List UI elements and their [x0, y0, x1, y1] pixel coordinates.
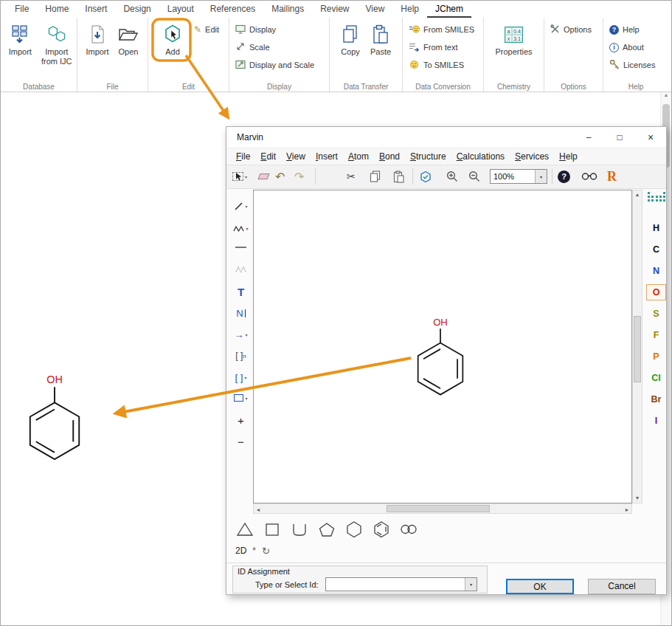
display-and-scale-button[interactable]: Display and Scale — [235, 59, 314, 71]
cut-button[interactable]: ✂ — [347, 169, 356, 184]
element-i[interactable]: I — [646, 413, 666, 429]
menu-view[interactable]: View — [281, 150, 311, 163]
atom-label-tool[interactable]: N — [231, 306, 251, 320]
scale-button[interactable]: Scale — [235, 41, 314, 53]
element-br[interactable]: Br — [646, 391, 666, 407]
import-from-ijc-button[interactable]: Import from IJC — [38, 19, 75, 80]
options-button[interactable]: Options — [550, 24, 592, 35]
id-select-combobox[interactable]: ▾ — [325, 577, 477, 591]
template-cyclopropane[interactable] — [235, 520, 254, 539]
copy-tool-button[interactable] — [370, 169, 381, 184]
menu-atom[interactable]: Atom — [343, 150, 374, 163]
chain-tool[interactable]: ▾ — [231, 221, 251, 235]
scroll-up-icon[interactable]: ▲ — [664, 92, 669, 97]
menu-help[interactable]: Help — [554, 150, 583, 163]
element-cl[interactable]: Cl — [646, 370, 666, 386]
template-benzene[interactable] — [372, 520, 391, 539]
about-button[interactable]: i About — [609, 41, 655, 53]
tab-help[interactable]: Help — [392, 1, 427, 18]
redo-button[interactable]: ↷ — [294, 169, 304, 184]
open-button[interactable]: Open — [113, 19, 144, 80]
scroll-right-icon[interactable]: ► — [623, 506, 631, 515]
periodic-table-button[interactable] — [648, 192, 665, 204]
zoom-in-button[interactable] — [446, 169, 458, 184]
element-p[interactable]: P — [646, 348, 666, 365]
tab-view[interactable]: View — [358, 1, 393, 18]
marvin-sketch-canvas[interactable]: OH — [253, 190, 632, 503]
zoom-level-combobox[interactable]: 100% ▾ — [490, 169, 547, 184]
bracket-tool[interactable]: [ ]▾ — [231, 371, 251, 384]
menu-bond[interactable]: Bond — [374, 150, 405, 163]
import-database-button[interactable]: Import — [2, 19, 38, 80]
polyline-tool[interactable] — [231, 262, 251, 275]
menu-structure[interactable]: Structure — [405, 150, 451, 163]
display-button[interactable]: Display — [235, 24, 314, 35]
paste-tool-button[interactable] — [393, 169, 404, 184]
menu-file[interactable]: File — [231, 150, 255, 163]
undo-button[interactable]: ↶ — [275, 169, 285, 184]
help-button[interactable]: ? Help — [609, 24, 655, 35]
template-fused-rings[interactable] — [399, 520, 418, 539]
tab-home[interactable]: Home — [37, 1, 77, 18]
tab-design[interactable]: Design — [115, 1, 159, 18]
cancel-button[interactable]: Cancel — [588, 579, 656, 594]
r-group-tool[interactable]: R — [607, 169, 617, 184]
element-o-selected[interactable]: O — [646, 284, 666, 300]
to-smiles-button[interactable]: To SMILES — [409, 59, 474, 71]
properties-button[interactable]: a0.4 x3.1 Properties — [492, 19, 536, 80]
tab-references[interactable]: References — [202, 1, 263, 18]
canvas-horizontal-scrollbar[interactable]: ◄ ► — [253, 503, 632, 514]
menu-services[interactable]: Services — [510, 150, 554, 163]
copy-button[interactable]: Copy — [336, 19, 365, 80]
scroll-up-icon[interactable]: ▲ — [633, 190, 642, 199]
element-f[interactable]: F — [646, 327, 666, 343]
increase-charge-tool[interactable]: + — [231, 413, 251, 427]
import-file-button[interactable]: Import — [82, 19, 113, 80]
repeating-group-tool[interactable]: [ ]n — [231, 349, 251, 362]
edit-button[interactable]: ✎ Edit — [194, 24, 219, 35]
zoom-out-button[interactable] — [468, 169, 480, 184]
element-s[interactable]: S — [646, 306, 666, 322]
combobox-arrow-icon[interactable]: ▾ — [465, 578, 477, 591]
view-glasses-button[interactable] — [581, 169, 597, 184]
bond-tool[interactable]: ▾ — [231, 199, 251, 213]
tab-jchem[interactable]: JChem — [427, 1, 471, 18]
eraser-tool[interactable] — [259, 169, 269, 184]
element-n[interactable]: N — [646, 263, 666, 279]
minimize-button[interactable]: – — [573, 127, 604, 148]
menu-calculations[interactable]: Calculations — [451, 150, 510, 163]
element-h[interactable]: H — [646, 220, 666, 236]
menu-edit[interactable]: Edit — [255, 150, 281, 163]
combobox-arrow-icon[interactable]: ▾ — [535, 170, 547, 183]
scrollbar-thumb[interactable] — [634, 316, 641, 382]
canvas-vertical-scrollbar[interactable]: ▲ ▼ — [632, 190, 642, 503]
marvin-title-bar[interactable]: Marvin – □ × — [226, 127, 666, 148]
template-cyclopentane-open[interactable] — [290, 520, 309, 539]
tab-insert[interactable]: Insert — [77, 1, 115, 18]
template-cyclobutane[interactable] — [263, 520, 282, 539]
rectangle-select-tool[interactable]: ▾ — [231, 391, 251, 405]
scroll-left-icon[interactable]: ◄ — [254, 506, 263, 515]
line-tool[interactable] — [231, 241, 251, 254]
template-cyclohexane[interactable] — [344, 520, 364, 539]
dimension-selector[interactable]: 2D — [235, 546, 246, 556]
ok-button[interactable]: OK — [506, 579, 574, 594]
from-smiles-button[interactable]: From SMILES — [409, 24, 474, 35]
reaction-arrow-tool[interactable]: →▾ — [231, 328, 251, 341]
refresh-pose-icon[interactable]: ↻ — [262, 546, 270, 557]
selection-tool[interactable]: ▾ — [232, 169, 247, 184]
scroll-down-icon[interactable]: ▼ — [633, 494, 642, 503]
text-tool[interactable]: T — [231, 285, 251, 298]
marvin-help-button[interactable]: ? — [558, 169, 570, 184]
menu-insert[interactable]: Insert — [311, 150, 343, 163]
from-text-button[interactable]: From text — [409, 41, 474, 53]
tab-file[interactable]: File — [7, 1, 37, 18]
decrease-charge-tool[interactable]: − — [231, 435, 251, 448]
scrollbar-thumb[interactable] — [387, 505, 490, 512]
tab-review[interactable]: Review — [312, 1, 357, 18]
check-structure-button[interactable] — [420, 169, 432, 184]
paste-button[interactable]: Paste — [365, 19, 396, 80]
element-c[interactable]: C — [646, 241, 666, 258]
template-cyclopentane[interactable] — [317, 520, 336, 539]
tab-mailings[interactable]: Mailings — [263, 1, 312, 18]
